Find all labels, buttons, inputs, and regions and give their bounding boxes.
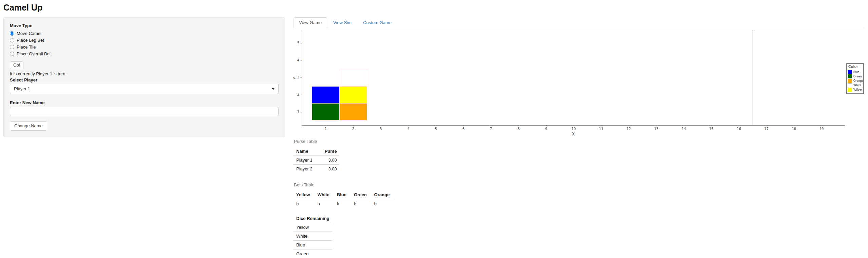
legend-swatch-yellow — [848, 88, 852, 92]
y-tick: 4 — [297, 59, 299, 62]
legend-title: Color — [848, 64, 862, 69]
x-tick: 19 — [819, 125, 824, 131]
legend-swatch-green — [848, 74, 852, 78]
bets-table: Yellow White Blue Green Orange 5 5 5 5 5 — [294, 190, 394, 208]
legend-entry-white: White — [848, 83, 862, 88]
player-select[interactable]: Player 1 — [10, 84, 279, 94]
legend-entry-yellow: Yellow — [848, 88, 862, 92]
legend-entry-orange: Orange — [848, 79, 862, 83]
radio-move-camel[interactable] — [10, 31, 14, 36]
plot-area: 1 2 3 4 5 1 2 3 4 5 6 7 8 9 10 11 — [302, 30, 845, 126]
x-tick: 11 — [599, 125, 603, 131]
table-header-row: Dice Remaining — [294, 214, 332, 223]
y-tick: 2 — [297, 93, 299, 96]
table-row: Yellow — [294, 223, 332, 232]
finish-line-marker — [753, 30, 753, 125]
new-name-input[interactable] — [10, 107, 279, 116]
radio-place-tile[interactable] — [10, 45, 14, 49]
camel-tile-yellow — [340, 86, 367, 104]
dice-remaining-table: Dice Remaining Yellow White Blue Green O… — [294, 214, 332, 258]
radio-row-place-tile: Place Tile — [10, 44, 279, 51]
legend-swatch-white — [848, 83, 852, 87]
page-title: Camel Up — [3, 3, 865, 13]
tab-bar: View Game View Sim Custom Game — [294, 17, 865, 28]
x-tick: 9 — [545, 125, 547, 131]
purse-table: Name Purse Player 1 3.00 Player 2 3.00 — [294, 147, 340, 173]
table-row: Blue — [294, 240, 332, 249]
x-tick: 2 — [352, 125, 354, 131]
x-tick: 16 — [737, 125, 741, 131]
y-axis-label: Y — [293, 77, 297, 79]
camel-tile-orange — [340, 103, 367, 121]
tab-view-sim-link[interactable]: View Sim — [328, 17, 357, 28]
camel-tile-green — [312, 103, 339, 121]
table-row: White — [294, 232, 332, 240]
player-select-wrap: Player 1 — [10, 84, 279, 94]
x-tick: 12 — [626, 125, 631, 131]
tab-custom-game-link[interactable]: Custom Game — [358, 17, 397, 28]
x-tick: 15 — [709, 125, 714, 131]
tab-custom-game[interactable]: Custom Game — [358, 17, 397, 28]
x-tick: 1 — [325, 125, 327, 131]
main-content: View Game View Sim Custom Game 1 2 — [294, 17, 865, 258]
game-board-plot: 1 2 3 4 5 1 2 3 4 5 6 7 8 9 10 11 — [294, 28, 865, 137]
x-tick: 3 — [380, 125, 382, 131]
go-button[interactable]: Go! — [10, 61, 23, 69]
x-tick: 14 — [682, 125, 686, 131]
turn-status-text: It is currently Player 1 's turn. — [10, 71, 279, 76]
table-header-row: Yellow White Blue Green Orange — [294, 190, 394, 199]
y-tick: 5 — [297, 41, 299, 45]
purse-table-caption: Purse Table — [294, 139, 865, 144]
x-tick: 6 — [463, 125, 465, 131]
enter-new-name-label: Enter New Name — [10, 100, 279, 105]
legend-swatch-blue — [848, 70, 852, 74]
table-row: 5 5 5 5 5 — [294, 199, 394, 208]
x-tick: 10 — [571, 125, 576, 131]
radio-place-overall-bet-label[interactable]: Place Overall Bet — [17, 51, 51, 56]
x-axis-label: X — [302, 132, 845, 136]
tables-section: Purse Table Name Purse Player 1 3.00 Pla… — [294, 139, 865, 258]
sidebar-panel: Move Type Move Camel Place Leg Bet Place… — [3, 17, 285, 137]
x-tick: 8 — [517, 125, 520, 131]
table-row: Green — [294, 249, 332, 258]
select-player-label: Select Player — [10, 77, 279, 82]
radio-place-tile-label[interactable]: Place Tile — [17, 44, 36, 50]
sidebar: Move Type Move Camel Place Leg Bet Place… — [3, 17, 285, 137]
x-tick: 7 — [490, 125, 492, 131]
table-row: Player 2 3.00 — [294, 164, 340, 173]
legend-swatch-orange — [848, 79, 852, 83]
legend-entry-green: Green — [848, 74, 862, 79]
table-row: Player 1 3.00 — [294, 155, 340, 164]
radio-place-overall-bet[interactable] — [10, 52, 14, 56]
x-tick: 18 — [792, 125, 796, 131]
radio-move-camel-label[interactable]: Move Camel — [17, 31, 41, 36]
color-legend: Color Blue Green Orange — [846, 63, 864, 94]
radio-row-place-leg-bet: Place Leg Bet — [10, 37, 279, 44]
radio-row-place-overall-bet: Place Overall Bet — [10, 51, 279, 57]
move-type-label: Move Type — [10, 23, 279, 28]
bets-table-caption: Bets Table — [294, 182, 865, 187]
tab-view-game-link[interactable]: View Game — [294, 17, 327, 28]
x-tick: 13 — [654, 125, 659, 131]
camel-up-app: Camel Up Move Type Move Camel Place Leg … — [0, 0, 868, 258]
x-tick: 5 — [435, 125, 437, 131]
change-name-button[interactable]: Change Name — [10, 121, 47, 131]
radio-place-leg-bet-label[interactable]: Place Leg Bet — [17, 38, 44, 43]
table-header-row: Name Purse — [294, 147, 340, 156]
radio-row-move-camel: Move Camel — [10, 30, 279, 37]
radio-place-leg-bet[interactable] — [10, 38, 14, 42]
camel-tile-blue — [312, 86, 339, 104]
tab-view-sim[interactable]: View Sim — [328, 17, 357, 28]
y-tick: 3 — [297, 76, 299, 79]
camel-tile-white — [340, 69, 367, 86]
x-tick: 4 — [407, 125, 409, 131]
x-tick: 17 — [764, 125, 769, 131]
legend-entry-blue: Blue — [848, 70, 862, 74]
tab-view-game[interactable]: View Game — [294, 17, 327, 28]
y-tick: 1 — [297, 110, 299, 114]
